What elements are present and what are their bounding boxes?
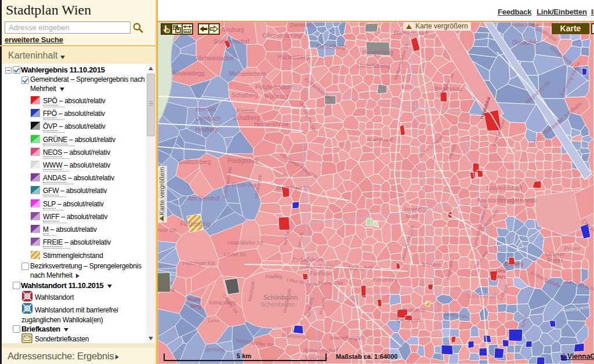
svg-text:Predigtstuhl: Predigtstuhl xyxy=(227,158,258,164)
svg-text:Alsergrund: Alsergrund xyxy=(366,136,393,143)
svg-text:Heuberg: Heuberg xyxy=(195,126,218,133)
svg-text:Michaelerberg: Michaelerberg xyxy=(229,71,266,77)
svg-text:Rudolfsheim: Rudolfsheim xyxy=(305,263,335,270)
svg-text:Prater: Prater xyxy=(563,245,581,252)
svg-text:Gallitzinberg: Gallitzinberg xyxy=(179,159,211,165)
svg-text:Favoriten: Favoriten xyxy=(372,276,398,283)
svg-text:Altmannsdorf: Altmannsdorf xyxy=(303,347,339,354)
svg-text:Hohe Warte: Hohe Warte xyxy=(512,22,539,28)
svg-text:Hackenberg: Hackenberg xyxy=(278,54,309,60)
svg-text:Leopoldstadt: Leopoldstadt xyxy=(486,184,523,192)
svg-text:Hütteldorfer Str.: Hütteldorfer Str. xyxy=(228,240,265,246)
svg-text:Herbeckhöhe: Herbeckhöhe xyxy=(254,121,289,128)
svg-text:Ottakring: Ottakring xyxy=(231,181,256,188)
svg-text:Krieau: Krieau xyxy=(520,197,537,203)
svg-text:Hungerberg: Hungerberg xyxy=(363,49,393,56)
svg-text:Marx: Marx xyxy=(495,274,506,280)
svg-text:Erdberg: Erdberg xyxy=(505,261,523,267)
svg-text:Dornbach: Dornbach xyxy=(195,115,220,122)
svg-text:Wieden: Wieden xyxy=(422,261,441,268)
svg-text:Pötzleinsdorf: Pötzleinsdorf xyxy=(255,83,293,90)
svg-text:Fünfhaus: Fünfhaus xyxy=(309,270,332,276)
svg-text:Viehweidacker: Viehweidacker xyxy=(197,55,235,61)
svg-text:Hadikg.: Hadikg. xyxy=(266,274,284,279)
svg-text:Wienerbergstr.: Wienerbergstr. xyxy=(330,335,364,341)
svg-text:Ottakringer Str.: Ottakringer Str. xyxy=(276,185,312,191)
svg-text:Meiselberg: Meiselberg xyxy=(317,43,345,50)
svg-text:Berg: Berg xyxy=(190,303,201,309)
svg-text:Linzer Str.: Linzer Str. xyxy=(224,252,248,257)
svg-text:Mariahilf: Mariahilf xyxy=(347,264,374,271)
svg-text:Speising: Speising xyxy=(205,346,224,352)
svg-text:Donaufeld: Donaufeld xyxy=(512,39,539,46)
svg-text:Unterdöbling: Unterdöbling xyxy=(357,63,390,69)
svg-text:Flötzersteig: Flötzersteig xyxy=(180,221,211,227)
svg-text:Ober: Ober xyxy=(161,280,173,286)
svg-text:Unterer: Unterer xyxy=(545,251,565,257)
svg-text:nzer Str.: nzer Str. xyxy=(158,227,178,233)
svg-text:Schafberg: Schafberg xyxy=(233,115,260,121)
svg-text:Konstantinhügel: Konstantinhügel xyxy=(477,197,519,203)
svg-text:Gudrunstr.: Gudrunstr. xyxy=(402,307,426,313)
svg-text:Obersievering: Obersievering xyxy=(262,31,302,39)
svg-text:Sechshaus: Sechshaus xyxy=(317,280,343,286)
svg-text:Neuwaldegg: Neuwaldegg xyxy=(172,70,205,77)
svg-text:Neuburg: Neuburg xyxy=(222,27,244,33)
svg-text:Prater: Prater xyxy=(547,257,563,264)
svg-text:Am Steinhof: Am Steinhof xyxy=(188,195,220,202)
svg-text:Neu: Neu xyxy=(496,268,506,274)
svg-text:Hernals: Hernals xyxy=(195,105,216,112)
svg-text:Innere: Innere xyxy=(403,205,420,212)
svg-text:Kleiner: Kleiner xyxy=(237,108,255,114)
svg-text:Stadt: Stadt xyxy=(405,212,419,219)
svg-text:St.Veit: St.Veit xyxy=(159,287,175,293)
svg-text:Schonbrunn: Schonbrunn xyxy=(260,301,295,308)
svg-text:Lainz: Lainz xyxy=(207,318,220,323)
svg-text:Währing: Währing xyxy=(264,92,288,100)
svg-text:Zierleiten: Zierleiten xyxy=(290,22,312,28)
svg-text:Königsberg: Königsberg xyxy=(209,300,236,305)
svg-text:Quellenstr.: Quellenstr. xyxy=(397,317,422,323)
svg-text:Salmannsdorf: Salmannsdorf xyxy=(213,38,249,45)
svg-text:B227: B227 xyxy=(401,85,412,90)
svg-text:Schönbrunn: Schönbrunn xyxy=(263,294,298,301)
svg-text:Schafberg: Schafberg xyxy=(231,92,258,99)
svg-text:Landstraße: Landstraße xyxy=(465,291,500,300)
svg-text:Roter: Roter xyxy=(188,297,201,303)
svg-text:Rudolfsheim: Rudolfsheim xyxy=(291,256,324,263)
svg-text:Hietzinger Kai: Hietzinger Kai xyxy=(183,260,215,266)
